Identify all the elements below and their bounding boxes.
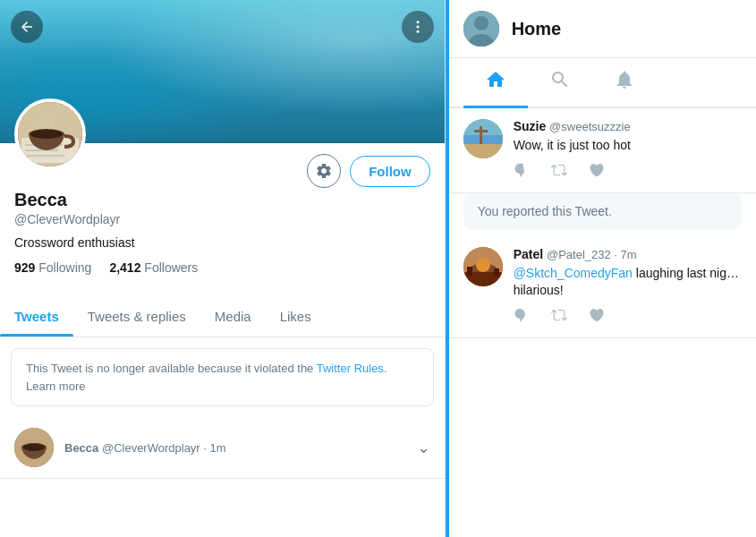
- suzie-tweet-text: Wow, it is just too hot: [514, 137, 742, 155]
- like-icon[interactable]: [589, 162, 605, 182]
- notice-text: This Tweet is no longer available becaus…: [26, 362, 317, 375]
- svg-point-24: [476, 258, 490, 272]
- tweet-expand-icon[interactable]: ⌄: [417, 438, 430, 457]
- avatar-image-small: [14, 428, 54, 467]
- suzie-meta: Suzie @sweetsuzzzie: [514, 119, 742, 133]
- following-label: Following: [38, 260, 91, 275]
- followers-stat[interactable]: 2,412 Followers: [109, 260, 198, 275]
- retweet-icon-patel[interactable]: [551, 307, 567, 327]
- more-options-button[interactable]: [402, 11, 434, 43]
- tab-home-icon[interactable]: [463, 58, 528, 107]
- suzie-handle: @sweetsuzzzie: [549, 120, 631, 133]
- home-tabs: [449, 58, 756, 108]
- tweet-content: Becca @CleverWordplayr · 1m: [64, 440, 417, 455]
- tweet-author-avatar: [14, 428, 54, 467]
- following-count: 929: [14, 260, 35, 275]
- patel-tweet: Patel @Patel_232 · 7m @Sktch_ComedyFan l…: [449, 236, 756, 338]
- home-icon: [485, 69, 506, 96]
- home-header: Home: [449, 0, 756, 58]
- followers-label: Followers: [144, 260, 198, 275]
- avatar-image-header: [463, 11, 499, 47]
- retweet-icon[interactable]: [551, 162, 567, 182]
- profile-bio: Crossword enthusiast: [14, 235, 430, 250]
- suzie-tweet-actions: [514, 162, 742, 182]
- follow-button[interactable]: Follow: [350, 156, 430, 187]
- avatar-image: [18, 102, 82, 166]
- patel-text: laughing last night - th: [636, 266, 742, 280]
- patel-tweet-text: @Sktch_ComedyFan laughing last night - t…: [514, 265, 742, 283]
- suzie-avatar[interactable]: [463, 119, 503, 158]
- patel-tweet-actions: [514, 307, 742, 327]
- home-title: Home: [512, 19, 562, 39]
- profile-name: Becca: [14, 190, 430, 210]
- tab-notifications-icon[interactable]: [592, 58, 657, 107]
- tab-tweets[interactable]: Tweets: [0, 296, 73, 337]
- notifications-icon: [614, 69, 635, 96]
- svg-point-0: [416, 21, 419, 23]
- patel-meta: Patel @Patel_232 · 7m: [514, 247, 742, 261]
- svg-rect-26: [467, 267, 472, 276]
- svg-point-2: [416, 30, 419, 33]
- svg-rect-19: [480, 126, 482, 144]
- suzie-name: Suzie: [514, 119, 547, 133]
- suzie-tweet-body: Suzie @sweetsuzzzie Wow, it is just too …: [514, 119, 742, 182]
- svg-rect-27: [494, 268, 499, 276]
- reply-icon[interactable]: [514, 162, 530, 182]
- tab-tweets-replies[interactable]: Tweets & replies: [73, 296, 200, 337]
- patel-name: Patel: [514, 247, 543, 261]
- svg-point-12: [23, 444, 45, 451]
- tweet-violation-notice: This Tweet is no longer available becaus…: [11, 348, 434, 406]
- profile-avatar: [14, 98, 86, 170]
- mention-link[interactable]: @Sktch_ComedyFan: [514, 266, 633, 280]
- svg-rect-18: [463, 135, 503, 144]
- followers-count: 2,412: [109, 260, 140, 275]
- settings-button[interactable]: [307, 154, 341, 188]
- patel-avatar[interactable]: [463, 247, 503, 286]
- svg-point-14: [474, 16, 488, 30]
- patel-tweet-body: Patel @Patel_232 · 7m @Sktch_ComedyFan l…: [514, 247, 742, 327]
- svg-rect-20: [474, 130, 488, 132]
- user-avatar[interactable]: [463, 11, 499, 47]
- search-icon: [549, 69, 571, 96]
- profile-handle: @CleverWordplayr: [14, 212, 430, 226]
- profile-stats: 929 Following 2,412 Followers: [14, 260, 430, 275]
- tweet-list-item: Becca @CleverWordplayr · 1m ⌄: [0, 417, 445, 479]
- patel-handle: @Patel_232 · 7m: [547, 248, 637, 261]
- svg-point-9: [30, 130, 63, 139]
- tab-media[interactable]: Media: [200, 296, 266, 337]
- svg-point-1: [416, 26, 419, 29]
- tab-search-icon[interactable]: [528, 58, 592, 107]
- profile-actions: Follow: [307, 154, 430, 188]
- following-stat[interactable]: 929 Following: [14, 260, 91, 275]
- patel-tweet-text2: hilarious!: [514, 282, 742, 300]
- profile-tabs: Tweets Tweets & replies Media Likes: [0, 296, 445, 337]
- back-button[interactable]: [11, 11, 43, 43]
- tab-likes[interactable]: Likes: [266, 296, 326, 337]
- twitter-rules-link[interactable]: Twitter Rules: [317, 362, 384, 375]
- reported-notice: You reported this Tweet.: [463, 193, 742, 229]
- reply-icon-patel[interactable]: [514, 307, 530, 327]
- like-icon-patel[interactable]: [589, 307, 605, 327]
- profile-panel: Follow Becca @CleverWordplayr Crossword …: [0, 0, 446, 537]
- home-panel: Home: [449, 0, 756, 537]
- suzie-tweet: Suzie @sweetsuzzzie Wow, it is just too …: [449, 108, 756, 193]
- tweet-meta: Becca @CleverWordplayr · 1m: [64, 441, 226, 455]
